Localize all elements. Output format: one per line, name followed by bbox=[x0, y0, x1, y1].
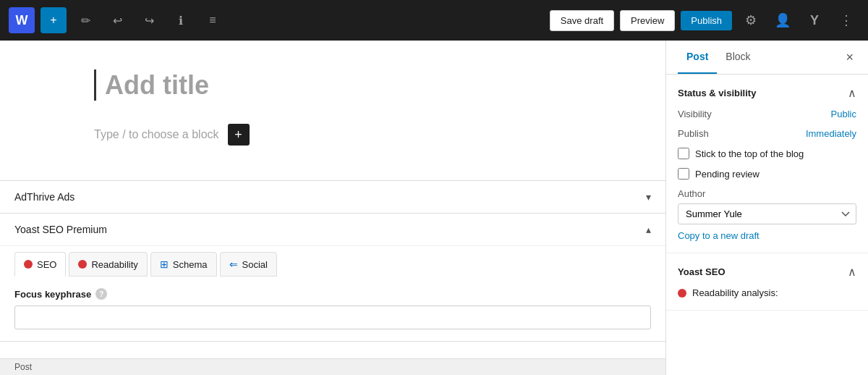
adthrive-chevron-icon: ▾ bbox=[646, 191, 651, 203]
yoast-seo-collapse-icon[interactable]: ∧ bbox=[848, 265, 856, 279]
post-title-input[interactable] bbox=[105, 69, 571, 101]
right-sidebar: Post Block × Status & visibility ∧ Visib… bbox=[665, 41, 868, 375]
user-button[interactable]: 👤 bbox=[770, 7, 796, 33]
list-icon: ≡ bbox=[209, 14, 216, 27]
editor-content: Type / to choose a block + bbox=[51, 41, 615, 180]
adthrive-panel: AdThrive Ads ▾ bbox=[0, 181, 665, 214]
yoast-content: Focus keyphrase ? bbox=[0, 277, 665, 341]
yoast-seo-sidebar-header[interactable]: Yoast SEO ∧ bbox=[678, 265, 856, 279]
pending-review-row[interactable]: Pending review bbox=[678, 168, 856, 180]
block-placeholder-area[interactable]: Type / to choose a block + bbox=[94, 118, 571, 151]
undo-icon: ↩ bbox=[113, 14, 122, 28]
yoast-tab-social[interactable]: ⇐ Social bbox=[220, 252, 277, 277]
yoast-seo-sidebar-section: Yoast SEO ∧ Readability analysis: bbox=[666, 253, 868, 311]
add-block-inline-button[interactable]: + bbox=[228, 124, 250, 146]
publish-row: Publish Immediately bbox=[678, 128, 856, 139]
yoast-tab-seo[interactable]: SEO bbox=[14, 252, 66, 277]
more-icon: ⋮ bbox=[840, 12, 853, 28]
yoast-chevron-icon: ▴ bbox=[646, 224, 651, 235]
status-visibility-header[interactable]: Status & visibility ∧ bbox=[678, 86, 856, 100]
add-block-toolbar-button[interactable]: + bbox=[41, 7, 67, 33]
yoast-tab-readability[interactable]: Readability bbox=[69, 252, 147, 277]
sidebar-close-button[interactable]: × bbox=[843, 47, 856, 68]
yoast-panel-header[interactable]: Yoast SEO Premium ▴ bbox=[0, 214, 665, 245]
stick-to-top-row[interactable]: Stick to the top of the blog bbox=[678, 148, 856, 159]
main-toolbar: W + ✏ ↩ ↪ ℹ ≡ Save draft Preview Publish… bbox=[0, 0, 868, 41]
status-visibility-collapse-icon[interactable]: ∧ bbox=[848, 86, 856, 100]
list-view-button[interactable]: ≡ bbox=[200, 7, 226, 33]
author-label: Author bbox=[678, 188, 856, 199]
focus-keyphrase-input[interactable] bbox=[14, 306, 651, 329]
copy-to-draft-link[interactable]: Copy to a new draft bbox=[678, 230, 760, 241]
adthrive-label: AdThrive Ads bbox=[14, 191, 75, 203]
save-draft-button[interactable]: Save draft bbox=[550, 10, 614, 31]
status-visibility-section: Status & visibility ∧ Visibility Public … bbox=[666, 75, 868, 253]
meta-panels: AdThrive Ads ▾ Yoast SEO Premium ▴ SEO bbox=[0, 180, 665, 342]
yoast-tab-schema[interactable]: ⊞ Schema bbox=[150, 252, 217, 277]
yoast-panel: Yoast SEO Premium ▴ SEO Readability bbox=[0, 214, 665, 342]
keyphrase-help-icon[interactable]: ? bbox=[95, 288, 107, 300]
yoast-tabs: SEO Readability ⊞ Schema ⇐ Social bbox=[0, 245, 665, 277]
redo-button[interactable]: ↪ bbox=[136, 7, 162, 33]
author-field: Author Summer Yule bbox=[678, 188, 856, 224]
editor-scroll-area: Type / to choose a block + AdThrive Ads … bbox=[0, 41, 665, 358]
focus-keyphrase-label: Focus keyphrase ? bbox=[14, 288, 651, 300]
yoast-button[interactable]: Y bbox=[801, 7, 827, 33]
placeholder-text: Type / to choose a block bbox=[94, 128, 219, 141]
readability-dot-icon bbox=[78, 260, 87, 269]
visibility-label: Visibility bbox=[678, 109, 712, 119]
visibility-row: Visibility Public bbox=[678, 109, 856, 119]
yoast-panel-label: Yoast SEO Premium bbox=[14, 224, 107, 235]
seo-dot-icon bbox=[24, 260, 33, 269]
editor-wrapper: Type / to choose a block + AdThrive Ads … bbox=[0, 41, 665, 375]
sidebar-tabs: Post Block × bbox=[666, 41, 868, 75]
stick-to-top-label: Stick to the top of the blog bbox=[695, 148, 804, 159]
tab-post[interactable]: Post bbox=[678, 41, 717, 74]
preview-button[interactable]: Preview bbox=[620, 10, 675, 31]
edit-icon: ✏ bbox=[81, 14, 90, 28]
pending-review-checkbox[interactable] bbox=[678, 168, 689, 180]
readability-status-icon bbox=[678, 289, 686, 298]
settings-icon: ⚙ bbox=[745, 12, 757, 28]
toolbar-right: Save draft Preview Publish ⚙ 👤 Y ⋮ bbox=[550, 7, 859, 33]
info-button[interactable]: ℹ bbox=[168, 7, 194, 33]
info-icon: ℹ bbox=[179, 14, 183, 28]
readability-row: Readability analysis: bbox=[678, 287, 856, 298]
author-select[interactable]: Summer Yule bbox=[678, 203, 856, 224]
wp-logo-button[interactable]: W bbox=[9, 7, 35, 33]
adthrive-panel-header[interactable]: AdThrive Ads ▾ bbox=[0, 181, 665, 213]
schema-grid-icon: ⊞ bbox=[160, 258, 169, 270]
status-visibility-title: Status & visibility bbox=[678, 88, 756, 98]
redo-icon: ↪ bbox=[145, 14, 154, 28]
pending-review-label: Pending review bbox=[695, 169, 760, 180]
user-icon: 👤 bbox=[775, 12, 791, 28]
publish-button[interactable]: Publish bbox=[681, 11, 732, 30]
yoast-seo-sidebar-title: Yoast SEO bbox=[678, 266, 726, 277]
undo-button[interactable]: ↩ bbox=[104, 7, 130, 33]
stick-to-top-checkbox[interactable] bbox=[678, 148, 689, 159]
readability-analysis-label: Readability analysis: bbox=[692, 287, 778, 298]
status-bar-label: Post bbox=[14, 362, 32, 372]
status-bar: Post bbox=[0, 358, 665, 375]
yoast-icon: Y bbox=[810, 13, 819, 28]
publish-value[interactable]: Immediately bbox=[806, 128, 856, 139]
visibility-value[interactable]: Public bbox=[831, 109, 856, 119]
title-area bbox=[94, 69, 571, 101]
settings-button[interactable]: ⚙ bbox=[738, 7, 764, 33]
tab-block[interactable]: Block bbox=[717, 41, 759, 74]
more-options-button[interactable]: ⋮ bbox=[833, 7, 859, 33]
social-share-icon: ⇐ bbox=[229, 258, 238, 270]
publish-label: Publish bbox=[678, 128, 709, 139]
edit-toolbar-button[interactable]: ✏ bbox=[72, 7, 98, 33]
main-layout: Type / to choose a block + AdThrive Ads … bbox=[0, 41, 868, 375]
